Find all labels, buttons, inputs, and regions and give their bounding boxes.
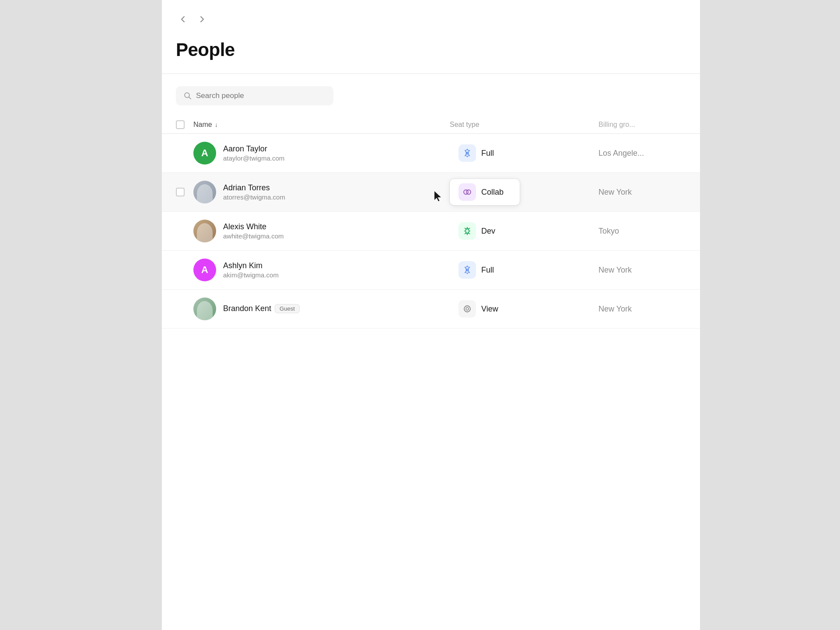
seat-icon-full <box>458 261 476 279</box>
person-info: Alexis White awhite@twigma.com <box>223 222 450 240</box>
avatar <box>193 220 216 242</box>
search-area <box>162 86 700 116</box>
seat-icon-collab <box>458 183 476 201</box>
page-title: People <box>176 39 686 60</box>
billing-col: New York <box>598 304 686 314</box>
seat-col: Full <box>450 140 598 166</box>
table-row[interactable]: Brandon Kent Guest View New York <box>162 290 700 329</box>
table-header: Name ↓ Seat type Billing gro... <box>162 116 700 134</box>
avatar <box>193 181 216 203</box>
header-checkbox-col <box>176 120 193 129</box>
person-info: Ashlyn Kim akim@twigma.com <box>223 261 450 279</box>
seat-col: View <box>450 296 598 322</box>
main-window: People Name ↓ Seat type Billing gro... <box>162 0 700 630</box>
forward-button[interactable] <box>195 12 209 26</box>
seat-pill[interactable]: Full <box>450 140 520 166</box>
avatar: A <box>193 259 216 281</box>
person-name: Adrian Torres <box>223 183 450 192</box>
billing-col: New York <box>598 188 686 197</box>
page-header: People <box>162 35 700 74</box>
avatar <box>193 298 216 320</box>
billing-col: New York <box>598 266 686 275</box>
table-row[interactable]: Adrian Torres atorres@twigma.com Collab … <box>162 173 700 212</box>
person-name: Ashlyn Kim <box>223 261 450 270</box>
seat-label: Full <box>481 266 494 275</box>
person-info: Brandon Kent Guest <box>223 304 450 314</box>
seat-icon-view <box>458 300 476 318</box>
top-nav <box>162 0 700 35</box>
sort-arrow-icon: ↓ <box>215 121 218 128</box>
header-divider <box>162 74 700 74</box>
person-name: Alexis White <box>223 222 450 231</box>
svg-point-5 <box>464 306 470 312</box>
seat-type-column-header: Seat type <box>450 121 598 129</box>
seat-icon-dev <box>458 222 476 240</box>
search-box[interactable] <box>176 86 333 105</box>
person-email: akim@twigma.com <box>223 271 450 279</box>
person-email: ataylor@twigma.com <box>223 154 450 162</box>
table-row[interactable]: Alexis White awhite@twigma.com Dev Tokyo <box>162 212 700 251</box>
svg-point-3 <box>466 190 471 194</box>
person-info: Adrian Torres atorres@twigma.com <box>223 183 450 201</box>
row-checkbox <box>176 188 193 196</box>
seat-col: Collab <box>450 179 598 205</box>
back-button[interactable] <box>176 12 190 26</box>
avatar: A <box>193 142 216 164</box>
person-info: Aaron Taylor ataylor@twigma.com <box>223 144 450 162</box>
seat-label: Full <box>481 149 494 158</box>
seat-pill[interactable]: View <box>450 296 520 322</box>
table-row[interactable]: A Aaron Taylor ataylor@twigma.com Full L… <box>162 134 700 173</box>
svg-point-6 <box>466 308 469 310</box>
seat-pill[interactable]: Dev <box>450 218 520 244</box>
search-input[interactable] <box>196 91 326 100</box>
guest-badge: Guest <box>275 304 300 313</box>
seat-col: Dev <box>450 218 598 244</box>
seat-label: Collab <box>481 188 504 197</box>
row-select-checkbox[interactable] <box>176 188 185 196</box>
seat-pill[interactable]: Full <box>450 257 520 283</box>
seat-col: Full <box>450 257 598 283</box>
select-all-checkbox[interactable] <box>176 120 185 129</box>
person-email: awhite@twigma.com <box>223 232 450 240</box>
billing-col: Los Angele... <box>598 149 686 158</box>
name-column-header[interactable]: Name ↓ <box>193 121 450 129</box>
seat-icon-full <box>458 144 476 162</box>
seat-pill-active[interactable]: Collab <box>450 179 520 205</box>
search-icon <box>184 92 192 100</box>
person-name: Aaron Taylor <box>223 144 450 154</box>
person-email: atorres@twigma.com <box>223 193 450 201</box>
billing-col: Tokyo <box>598 227 686 236</box>
table-row[interactable]: A Ashlyn Kim akim@twigma.com Full New Yo… <box>162 251 700 290</box>
billing-group-column-header: Billing gro... <box>598 121 686 129</box>
seat-label: Dev <box>481 227 495 236</box>
seat-label: View <box>481 304 498 314</box>
person-name: Brandon Kent Guest <box>223 304 450 313</box>
